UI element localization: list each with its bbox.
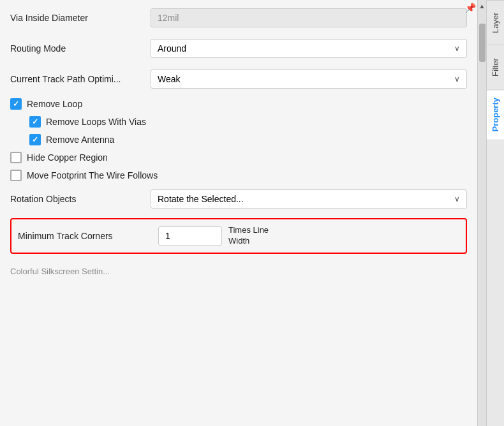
minimum-track-corners-row: Minimum Track Corners Times LineWidth	[18, 224, 459, 247]
routing-mode-label: Routing Mode	[10, 43, 151, 54]
remove-antenna-checkbox[interactable]: ✓	[29, 134, 41, 145]
minimum-track-corners-label: Minimum Track Corners	[18, 231, 158, 241]
tab-layer[interactable]: Layer	[487, 0, 504, 45]
minimum-track-corners-input[interactable]	[158, 226, 222, 246]
via-inside-diameter-label: Via Inside Diameter	[10, 13, 151, 23]
rotation-objects-value: Rotate the Selected...	[158, 194, 244, 204]
current-track-path-row: Current Track Path Optimi... Weak ∨	[10, 68, 467, 91]
tab-property-label: Property	[491, 98, 500, 131]
remove-loops-with-vias-row: ✓ Remove Loops With Vias	[29, 116, 467, 128]
scrollbar[interactable]: ▲	[477, 0, 486, 426]
partial-label: Colorful Silkscreen Settin...	[10, 267, 151, 276]
rotation-objects-chevron: ∨	[454, 195, 460, 203]
rotation-objects-label: Rotation Objects	[10, 194, 151, 204]
remove-loop-label: Remove Loop	[27, 99, 82, 109]
tab-layer-label: Layer	[491, 12, 500, 33]
routing-mode-row: Routing Mode Around ∨	[10, 37, 467, 60]
hide-copper-region-row: Hide Copper Region	[10, 152, 467, 163]
current-track-path-chevron: ∨	[454, 75, 460, 84]
remove-loop-check: ✓	[13, 100, 19, 108]
rotation-objects-row: Rotation Objects Rotate the Selected... …	[10, 187, 467, 210]
partial-row: Colorful Silkscreen Settin...	[10, 261, 467, 281]
remove-loop-row: ✓ Remove Loop	[10, 98, 467, 110]
remove-loops-with-vias-label: Remove Loops With Vias	[46, 117, 146, 127]
remove-antenna-label: Remove Antenna	[46, 135, 114, 145]
via-inside-diameter-input: 12mil	[151, 8, 467, 27]
scroll-up-arrow[interactable]: ▲	[478, 1, 487, 11]
routing-mode-chevron: ∨	[454, 44, 460, 53]
move-footprint-row: Move Footprint The Wire Follows	[10, 170, 467, 181]
hide-copper-region-label: Hide Copper Region	[27, 152, 108, 163]
current-track-path-dropdown[interactable]: Weak ∨	[151, 70, 467, 89]
tab-filter[interactable]: Filter	[487, 45, 504, 89]
right-tabs-panel: Layer Filter Property	[486, 0, 504, 426]
tab-property[interactable]: Property	[487, 89, 504, 139]
scrollbar-thumb[interactable]	[479, 24, 485, 62]
remove-loops-with-vias-checkbox[interactable]: ✓	[29, 116, 41, 128]
tab-filter-label: Filter	[491, 58, 500, 77]
minimum-track-corners-highlight: Minimum Track Corners Times LineWidth	[10, 218, 467, 254]
pin-icon[interactable]: 📌	[465, 3, 476, 13]
rotation-objects-dropdown[interactable]: Rotate the Selected... ∨	[151, 189, 467, 209]
remove-antenna-check: ✓	[32, 136, 38, 143]
move-footprint-checkbox[interactable]	[10, 170, 22, 181]
remove-loop-checkbox[interactable]: ✓	[10, 98, 22, 110]
move-footprint-label: Move Footprint The Wire Follows	[27, 170, 158, 180]
hide-copper-region-checkbox[interactable]	[10, 152, 22, 163]
routing-mode-value: Around	[158, 43, 186, 54]
routing-mode-dropdown[interactable]: Around ∨	[151, 39, 467, 58]
minimum-track-corners-unit: Times LineWidth	[228, 225, 269, 247]
current-track-path-value: Weak	[158, 74, 181, 84]
via-inside-diameter-row: Via Inside Diameter 12mil	[10, 6, 467, 29]
remove-loops-with-vias-check: ✓	[32, 118, 38, 126]
current-track-path-label: Current Track Path Optimi...	[10, 74, 151, 84]
remove-antenna-row: ✓ Remove Antenna	[29, 134, 467, 145]
